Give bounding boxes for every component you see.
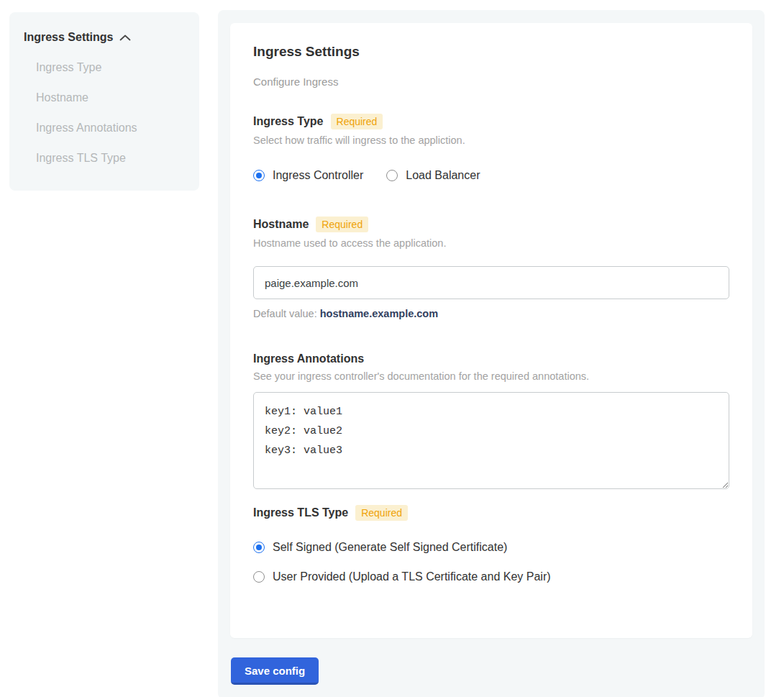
section-heading-ingress-tls-type: Ingress TLS Type Required bbox=[253, 505, 729, 521]
sidebar-items: Ingress Type Hostname Ingress Annotation… bbox=[24, 61, 185, 165]
radio-button-selected[interactable] bbox=[253, 170, 265, 181]
radio-label: Ingress Controller bbox=[273, 169, 363, 182]
section-heading-ingress-type: Ingress Type Required bbox=[253, 114, 729, 129]
ingress-tls-radio-group: Self Signed (Generate Self Signed Certif… bbox=[253, 541, 729, 583]
radio-button-unselected[interactable] bbox=[253, 571, 265, 583]
section-hostname: Hostname Required Hostname used to acces… bbox=[253, 217, 729, 319]
section-help-text: Select how traffic will ingress to the a… bbox=[253, 135, 729, 146]
sidebar-group-title: Ingress Settings bbox=[24, 31, 113, 44]
section-ingress-tls-type: Ingress TLS Type Required Self Signed (G… bbox=[253, 505, 729, 583]
section-title: Ingress Annotations bbox=[253, 352, 364, 365]
section-help-text: See your ingress controller's documentat… bbox=[253, 370, 729, 382]
radio-option-load-balancer[interactable]: Load Balancer bbox=[386, 169, 480, 182]
config-sidebar: Ingress Settings Ingress Type Hostname I… bbox=[9, 12, 199, 191]
section-title: Ingress Type bbox=[253, 115, 324, 128]
section-title: Ingress TLS Type bbox=[253, 506, 348, 519]
default-value: hostname.example.com bbox=[320, 308, 438, 319]
page-title: Ingress Settings bbox=[253, 44, 729, 60]
default-value-label: Default value: bbox=[253, 308, 317, 319]
section-ingress-type: Ingress Type Required Select how traffic… bbox=[253, 114, 729, 182]
sidebar-item-ingress-tls-type[interactable]: Ingress TLS Type bbox=[36, 152, 185, 165]
hostname-input[interactable] bbox=[253, 266, 729, 299]
ingress-type-radio-group: Ingress Controller Load Balancer bbox=[253, 169, 729, 182]
required-badge: Required bbox=[331, 114, 383, 129]
sidebar-item-hostname[interactable]: Hostname bbox=[36, 91, 185, 104]
radio-label: Self Signed (Generate Self Signed Certif… bbox=[273, 541, 507, 554]
radio-label: User Provided (Upload a TLS Certificate … bbox=[273, 570, 551, 583]
radio-option-user-provided[interactable]: User Provided (Upload a TLS Certificate … bbox=[253, 570, 729, 583]
section-heading-hostname: Hostname Required bbox=[253, 217, 729, 232]
chevron-up-icon bbox=[119, 35, 131, 41]
section-title: Hostname bbox=[253, 218, 309, 231]
config-card: Ingress Settings Configure Ingress Ingre… bbox=[230, 23, 752, 638]
required-badge: Required bbox=[316, 217, 368, 232]
config-main-panel: Ingress Settings Configure Ingress Ingre… bbox=[218, 10, 765, 697]
radio-option-ingress-controller[interactable]: Ingress Controller bbox=[253, 169, 363, 182]
save-config-button[interactable]: Save config bbox=[231, 657, 319, 685]
config-page: Ingress Settings Ingress Type Hostname I… bbox=[0, 0, 784, 697]
radio-button-selected[interactable] bbox=[253, 542, 265, 553]
sidebar-item-ingress-type[interactable]: Ingress Type bbox=[36, 61, 185, 74]
required-badge: Required bbox=[355, 505, 408, 521]
sidebar-group-ingress-settings[interactable]: Ingress Settings bbox=[24, 31, 185, 44]
section-heading-ingress-annotations: Ingress Annotations bbox=[253, 352, 729, 365]
hostname-default-line: Default value: hostname.example.com bbox=[253, 308, 729, 319]
sidebar-item-ingress-annotations[interactable]: Ingress Annotations bbox=[36, 122, 185, 135]
radio-button-unselected[interactable] bbox=[386, 170, 398, 181]
section-help-text: Hostname used to access the application. bbox=[253, 237, 729, 249]
radio-label: Load Balancer bbox=[406, 169, 480, 182]
section-ingress-annotations: Ingress Annotations See your ingress con… bbox=[253, 352, 729, 489]
ingress-annotations-textarea[interactable]: key1: value1 key2: value2 key3: value3 bbox=[253, 392, 729, 489]
radio-option-self-signed[interactable]: Self Signed (Generate Self Signed Certif… bbox=[253, 541, 729, 554]
page-subtitle: Configure Ingress bbox=[253, 76, 729, 88]
